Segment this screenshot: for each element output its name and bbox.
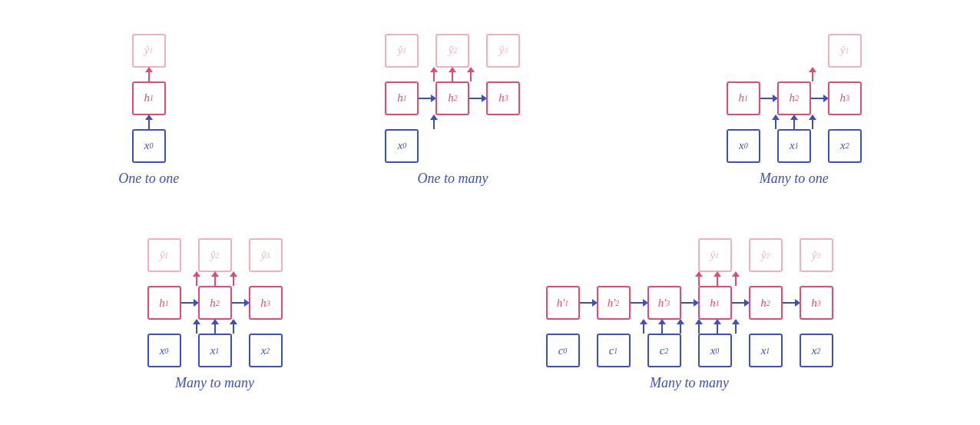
input-x2-mto: x2: [828, 129, 862, 163]
output-y3-otm: ŷ3: [486, 34, 520, 68]
hidden-h3-mto: h3: [828, 81, 862, 115]
arrow-e1-e2-ntm2: [580, 302, 597, 304]
label-many-to-many-2: Many to many: [650, 375, 729, 391]
arrow-x0-h1-otm: [433, 115, 435, 129]
outputs-otm: ŷ1 ŷ2 ŷ3: [385, 34, 520, 68]
arrow-h3d-y3-ntm2: [735, 272, 737, 286]
diagram-many-to-many-1: ŷ1 ŷ2 ŷ3 h1 h2: [147, 238, 283, 391]
label-one-to-one: One to one: [118, 171, 179, 187]
arrow-h2-y2-otm: [452, 68, 453, 81]
arrow-d1-d2-ntm2: [732, 302, 749, 304]
arrow-h1-to-y1-oto: [148, 68, 150, 81]
arrow-h3-y1-mto: [812, 68, 813, 81]
encoder-h2-ntm2: h'2: [597, 286, 631, 320]
arrow-c0-e1-ntm2: [643, 320, 644, 334]
output-y2-ntm1: ŷ2: [198, 238, 232, 272]
diagram-one-to-many: ŷ1 ŷ2 ŷ3 h1 h2: [385, 34, 520, 187]
encoder-h1-ntm2: h'1: [546, 286, 580, 320]
hidden-h1-mto: h1: [727, 81, 760, 115]
input-x0-oto: x0: [132, 129, 166, 163]
arrow-h1d-y1-ntm2: [698, 272, 700, 286]
arrow-x2-h3-ntm1: [233, 320, 234, 334]
arrow-e2-e3-ntm2: [631, 302, 647, 304]
output-y3-ntm1: ŷ3: [249, 238, 283, 272]
arrow-x2-d3-ntm2: [735, 320, 737, 334]
arrow-x0-h1-ntm1: [196, 320, 197, 334]
arrow-x2-h3-mto: [812, 115, 813, 129]
arrow-h1-h2-ntm1: [181, 302, 198, 304]
arrow-x0-h1-mto: [775, 115, 776, 129]
hidden-h1-otm: h1: [385, 81, 419, 115]
arrow-x1-h2-mto: [793, 115, 795, 129]
decoder-h2-ntm2: h2: [749, 286, 783, 320]
output-y1-ntm2: ŷ1: [698, 238, 732, 272]
arrow-c2-e3-ntm2: [680, 320, 681, 334]
arrow-x1-d2-ntm2: [717, 320, 718, 334]
diagram-row-1: ŷ1 h1 x0 One to one ŷ1 ŷ2 ŷ3: [15, 34, 965, 187]
decoder-h3-ntm2: h3: [800, 286, 833, 320]
decoder-h1-ntm2: h1: [698, 286, 732, 320]
hidden-h1-ntm1: h1: [147, 286, 181, 320]
arrow-h2d-y2-ntm2: [717, 272, 718, 286]
diagram-many-to-one: ŷ1 h1 h2 h3: [727, 34, 862, 187]
input-x0-mto: x0: [727, 129, 760, 163]
input-c2-ntm2: c2: [647, 334, 681, 367]
arrow-h2-h3-otm: [469, 98, 486, 99]
hidden-otm: h1 h2 h3: [385, 81, 520, 115]
arrow-x0-to-h1-oto: [148, 115, 150, 129]
input-c0-ntm2: c0: [546, 334, 580, 367]
input-x1-mto: x1: [777, 129, 811, 163]
hidden-h2-otm: h2: [435, 81, 469, 115]
input-x2-ntm1: x2: [249, 334, 283, 367]
input-c1-ntm2: c1: [597, 334, 631, 367]
input-x1-ntm2: x1: [749, 334, 783, 367]
hidden-h2-ntm1: h2: [198, 286, 232, 320]
arrow-enc-dec-ntm2: [681, 302, 698, 304]
output-y1-oto: ŷ1: [132, 34, 166, 68]
arrow-c1-e2-ntm2: [661, 320, 663, 334]
arrow-x1-h2-ntm1: [214, 320, 216, 334]
diagram-row-2: ŷ1 ŷ2 ŷ3 h1 h2: [15, 238, 965, 391]
label-many-to-one: Many to one: [760, 171, 829, 187]
diagram-one-to-one: ŷ1 h1 x0 One to one: [118, 34, 179, 187]
arrow-h1-y1-ntm1: [196, 272, 197, 286]
arrow-d2-d3-ntm2: [783, 302, 800, 304]
hidden-h3-otm: h3: [486, 81, 520, 115]
arrow-h2-y2-ntm1: [214, 272, 216, 286]
arrow-h2-h3-mto: [811, 98, 828, 99]
output-y3-ntm2: ŷ3: [800, 238, 833, 272]
input-x0-ntm1: x0: [147, 334, 181, 367]
output-y1-mto: ŷ1: [828, 34, 862, 68]
arrow-x0-d1-ntm2: [698, 320, 700, 334]
diagram-many-to-many-2: ŷ1 ŷ2 ŷ3: [546, 238, 833, 391]
arrow-h3-y3-otm: [470, 68, 472, 81]
arrow-h2-h3-ntm1: [232, 302, 249, 304]
input-x1-ntm1: x1: [198, 334, 232, 367]
input-x0-ntm2: x0: [698, 334, 732, 367]
encoder-h3-ntm2: h'3: [647, 286, 681, 320]
main-container: ŷ1 h1 x0 One to one ŷ1 ŷ2 ŷ3: [0, 0, 980, 425]
output-y1-ntm1: ŷ1: [147, 238, 181, 272]
arrow-h3-y3-ntm1: [233, 272, 234, 286]
hidden-h1-oto: h1: [132, 81, 166, 115]
label-many-to-many-1: Many to many: [175, 375, 254, 391]
arrow-h1-y1-otm: [433, 68, 435, 81]
arrow-h1-h2-mto: [760, 98, 777, 99]
label-one-to-many: One to many: [417, 171, 488, 187]
hidden-mto: h1 h2 h3: [727, 81, 862, 115]
arrow-h1-h2-otm: [419, 98, 435, 99]
input-x2-ntm2: x2: [800, 334, 833, 367]
output-y2-otm: ŷ2: [435, 34, 469, 68]
output-y1-otm: ŷ1: [385, 34, 419, 68]
output-y2-ntm2: ŷ2: [749, 238, 783, 272]
hidden-h2-mto: h2: [777, 81, 811, 115]
input-x0-otm: x0: [385, 129, 419, 163]
hidden-h3-ntm1: h3: [249, 286, 283, 320]
